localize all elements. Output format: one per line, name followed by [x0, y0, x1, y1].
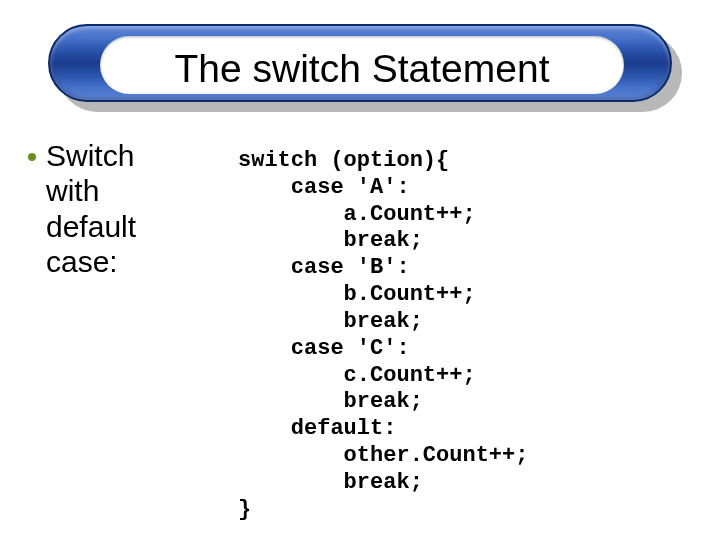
code-line: break;: [238, 309, 423, 334]
code-line: b.Count++;: [238, 282, 476, 307]
bullet-item: Switch with default case:: [28, 138, 228, 280]
code-column: switch (option){ case 'A': a.Count++; br…: [228, 138, 692, 524]
code-line: c.Count++;: [238, 363, 476, 388]
code-line: a.Count++;: [238, 202, 476, 227]
code-line: case 'C':: [238, 336, 410, 361]
code-line: break;: [238, 389, 423, 414]
code-line: switch (option){: [238, 148, 449, 173]
code-line: case 'B':: [238, 255, 410, 280]
code-line: default:: [238, 416, 396, 441]
bullet-line: Switch: [46, 139, 134, 172]
code-line: break;: [238, 228, 423, 253]
title-banner: The switch Statement: [48, 24, 672, 112]
bullet-line: default: [46, 210, 136, 243]
code-line: other.Count++;: [238, 443, 528, 468]
bullet-line: with: [46, 174, 99, 207]
code-line: }: [238, 497, 251, 522]
bullet-column: Switch with default case:: [28, 138, 228, 524]
title-inner: The switch Statement: [100, 36, 624, 94]
bullet-text: Switch with default case:: [46, 138, 136, 280]
bullet-dot-icon: [28, 153, 36, 161]
code-block: switch (option){ case 'A': a.Count++; br…: [238, 148, 692, 524]
code-line: break;: [238, 470, 423, 495]
bullet-line: case:: [46, 245, 118, 278]
slide-title: The switch Statement: [175, 47, 550, 91]
title-pill: The switch Statement: [48, 24, 672, 102]
content-area: Switch with default case: switch (option…: [28, 138, 692, 524]
code-line: case 'A':: [238, 175, 410, 200]
